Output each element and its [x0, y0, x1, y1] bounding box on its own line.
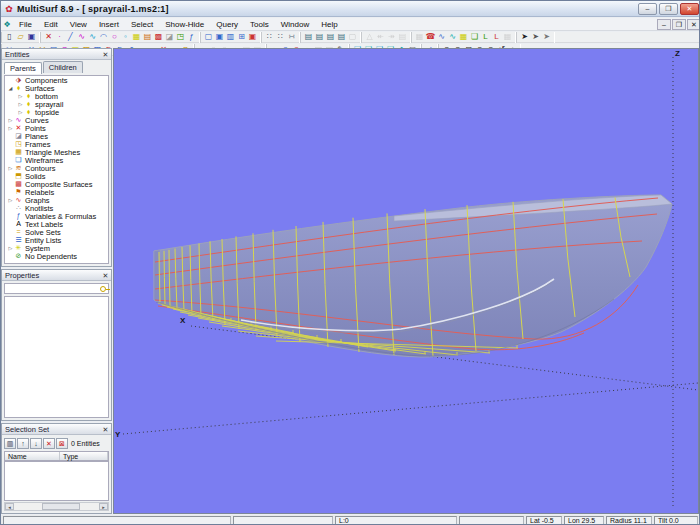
- tree-item-relabels[interactable]: ⚑Relabels: [5, 188, 108, 196]
- insert-plane-icon[interactable]: ◪: [164, 32, 175, 42]
- curvature-profile-icon[interactable]: ▤: [314, 32, 325, 42]
- contours-green-icon[interactable]: L: [480, 32, 491, 42]
- insert-curve-icon[interactable]: ∿: [76, 32, 87, 42]
- contours-red-icon[interactable]: L: [491, 32, 502, 42]
- insert-ruled-surface-icon[interactable]: ▤: [142, 32, 153, 42]
- porcupine-snake-icon[interactable]: ∿: [447, 32, 458, 42]
- selection-close-icon[interactable]: ✕: [100, 424, 111, 434]
- next-entity-icon[interactable]: ↠: [386, 32, 397, 42]
- curvature-phone-icon[interactable]: ☎: [425, 32, 436, 42]
- selection-hscrollbar[interactable]: ◂ ▸: [4, 502, 109, 511]
- expand-arrow-icon[interactable]: ▷: [7, 117, 14, 123]
- expand-arrow-icon[interactable]: ▷: [17, 109, 24, 115]
- divisions-v-icon[interactable]: ∷: [275, 32, 286, 42]
- insert-frame-icon[interactable]: ◳: [175, 32, 186, 42]
- gauss-curvature-icon[interactable]: ▦: [458, 32, 469, 42]
- entity-list-tool-icon[interactable]: ▤: [397, 32, 408, 42]
- divisions-edit-icon[interactable]: ∺: [286, 32, 297, 42]
- tree-item-entity-lists[interactable]: ☰Entity Lists: [5, 236, 108, 244]
- expand-arrow-icon[interactable]: ▷: [7, 197, 14, 203]
- new-file-icon[interactable]: ▯: [4, 32, 15, 42]
- minimize-button[interactable]: –: [638, 3, 657, 15]
- properties-filter-row[interactable]: [4, 283, 109, 294]
- hydrostatics-icon[interactable]: ▤: [325, 32, 336, 42]
- insert-surface-icon[interactable]: ▦: [131, 32, 142, 42]
- insert-solid-icon[interactable]: ▩: [153, 32, 164, 42]
- expand-arrow-icon[interactable]: ◢: [7, 85, 14, 91]
- open-file-icon[interactable]: ▱: [15, 32, 26, 42]
- selection-move-up-button[interactable]: ↑: [17, 438, 29, 449]
- menu-show-hide[interactable]: Show-Hide: [159, 20, 210, 29]
- text-label-tool-icon[interactable]: △: [364, 32, 375, 42]
- menu-query[interactable]: Query: [210, 20, 244, 29]
- close-button[interactable]: ✕: [680, 3, 699, 15]
- tree-item-curves[interactable]: ▷∿Curves: [5, 116, 108, 124]
- insert-bead-icon[interactable]: ◦: [120, 32, 131, 42]
- selection-remove-button[interactable]: ✕: [43, 438, 55, 449]
- menu-select[interactable]: Select: [125, 20, 159, 29]
- insert-circle-icon[interactable]: ○: [109, 32, 120, 42]
- insert-line-icon[interactable]: ╱: [65, 32, 76, 42]
- scroll-right-icon[interactable]: ▸: [99, 503, 108, 510]
- mask-tool-icon[interactable]: ▦: [414, 32, 425, 42]
- menu-view[interactable]: View: [64, 20, 93, 29]
- view-hidden-line-icon[interactable]: ▥: [225, 32, 236, 42]
- column-header-name[interactable]: Name: [5, 452, 60, 460]
- tree-item-no-dependents[interactable]: ⊘No Dependents: [5, 252, 108, 260]
- tab-parents[interactable]: Parents: [4, 62, 42, 74]
- selection-move-down-button[interactable]: ↓: [30, 438, 42, 449]
- tree-item-wireframes[interactable]: ❏Wireframes: [5, 156, 108, 164]
- tree-item-components[interactable]: ⬗Components: [5, 76, 108, 84]
- expand-arrow-icon[interactable]: ▷: [7, 245, 14, 251]
- porcupine-curve-icon[interactable]: ∿: [436, 32, 447, 42]
- selection-list-mode-button[interactable]: ▥: [4, 438, 16, 449]
- tree-item-topside[interactable]: ▷⬧topside: [5, 108, 108, 116]
- grid-tool-icon[interactable]: ▦: [502, 32, 513, 42]
- insert-point-icon[interactable]: ·: [54, 32, 65, 42]
- insert-variable-icon[interactable]: ƒ: [186, 32, 197, 42]
- offsets-table-icon[interactable]: ▤: [303, 32, 314, 42]
- mdi-minimize-button[interactable]: –: [657, 19, 671, 30]
- expand-arrow-icon[interactable]: ▷: [7, 125, 14, 131]
- save-file-icon[interactable]: ▣: [26, 32, 37, 42]
- view-perspective-icon[interactable]: ▣: [247, 32, 258, 42]
- divisions-u-icon[interactable]: ∷: [264, 32, 275, 42]
- scroll-thumb[interactable]: [42, 503, 80, 510]
- select-subset-icon[interactable]: ➤: [541, 32, 552, 42]
- view-wireframe-icon[interactable]: ▢: [203, 32, 214, 42]
- delete-entity-icon[interactable]: ✕: [43, 32, 54, 42]
- menu-edit[interactable]: Edit: [38, 20, 64, 29]
- insert-snake-icon[interactable]: ∿: [87, 32, 98, 42]
- scroll-left-icon[interactable]: ◂: [5, 503, 14, 510]
- select-query-icon[interactable]: ➤: [530, 32, 541, 42]
- tree-item-points[interactable]: ▷✕Points: [5, 124, 108, 132]
- properties-close-icon[interactable]: ✕: [100, 270, 111, 280]
- tree-item-contours[interactable]: ▷≋Contours: [5, 164, 108, 172]
- tree-item-graphs[interactable]: ▷∿Graphs: [5, 196, 108, 204]
- view-multi-pane-icon[interactable]: ⊞: [236, 32, 247, 42]
- column-header-type[interactable]: Type: [60, 452, 108, 460]
- expand-arrow-icon[interactable]: ▷: [7, 165, 14, 171]
- menu-file[interactable]: File: [13, 20, 38, 29]
- weight-table-icon[interactable]: ▤: [336, 32, 347, 42]
- mdi-restore-button[interactable]: ❐: [672, 19, 686, 30]
- expand-arrow-icon[interactable]: ▷: [17, 93, 24, 99]
- menu-tools[interactable]: Tools: [244, 20, 275, 29]
- tab-children[interactable]: Children: [43, 61, 83, 73]
- report-tool-icon[interactable]: ▢: [347, 32, 358, 42]
- menu-help[interactable]: Help: [315, 20, 343, 29]
- tree-item-planes[interactable]: ◪Planes: [5, 132, 108, 140]
- viewport-3d[interactable]: Z X Y: [113, 48, 699, 514]
- menu-window[interactable]: Window: [275, 20, 315, 29]
- mdi-close-button[interactable]: ✕: [687, 19, 700, 30]
- restore-button[interactable]: ❐: [659, 3, 678, 15]
- entities-close-icon[interactable]: ✕: [100, 49, 111, 59]
- view-shaded-icon[interactable]: ▣: [214, 32, 225, 42]
- expand-arrow-icon[interactable]: ▷: [17, 101, 24, 107]
- menu-insert[interactable]: Insert: [93, 20, 125, 29]
- selection-clear-button[interactable]: ⊠: [56, 438, 68, 449]
- prev-entity-icon[interactable]: ↞: [375, 32, 386, 42]
- tree-item-composite-surfaces[interactable]: ▩Composite Surfaces: [5, 180, 108, 188]
- insert-arc-icon[interactable]: ◠: [98, 32, 109, 42]
- draft-angle-icon[interactable]: ❏: [469, 32, 480, 42]
